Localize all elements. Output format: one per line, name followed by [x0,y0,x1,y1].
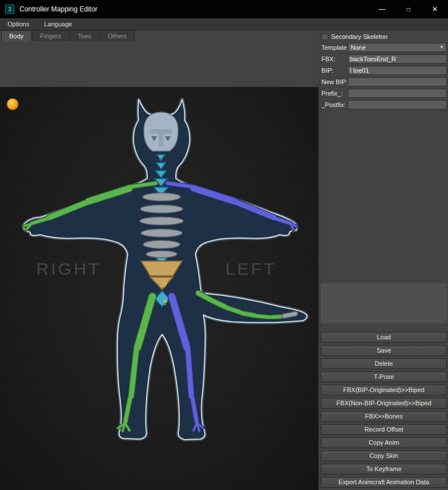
fbx-to-bones-button[interactable]: FBX>>Bones [321,411,447,422]
copy-skin-button[interactable]: Copy Skin [321,451,447,461]
viewport-area: Body Fingers Toes Others RIGHT LEFT [0,30,320,490]
tab-others[interactable]: Others [100,30,135,41]
postfix-label: _Postfix: [321,101,348,108]
export-animcraft-button[interactable]: Export Animcraft Animation Data [321,477,447,488]
template-dropdown[interactable]: None ▼ [348,43,447,52]
fbx-nonbip-to-biped-button[interactable]: FBX(Non-BIP-Originated)>>Biped [321,398,447,409]
postfix-input[interactable] [348,100,447,109]
menu-options[interactable]: Options [0,18,37,30]
tab-body[interactable]: Body [1,30,32,41]
character-viewport[interactable]: RIGHT LEFT [0,87,319,490]
viewport-status-dot [7,98,18,110]
svg-text:?: ? [163,280,167,289]
secondary-skeleton-row: Secondary Skeleton [322,32,387,41]
minimize-button[interactable]: — [369,0,395,18]
bip-input[interactable] [348,66,447,75]
load-button[interactable]: Load [321,332,447,343]
chevron-down-icon: ▼ [439,45,444,50]
window-title: Controller Mapping Editor [19,5,97,13]
record-offset-button[interactable]: Record Offset [321,424,447,435]
app-icon: 3 [5,5,14,14]
head-bone[interactable] [144,112,178,151]
bip-row: BIP: [321,65,447,76]
window-controls: — □ ✕ [369,0,448,18]
template-label: Template [321,44,348,51]
secondary-skeleton-label: Secondary Skeleton [331,33,387,40]
to-keyframe-button[interactable]: To Keyframe [321,464,447,475]
template-value: None [351,44,366,51]
tab-toes[interactable]: Toes [70,30,99,41]
secondary-skeleton-checkbox[interactable] [322,34,328,40]
close-icon: ✕ [432,5,438,13]
new-bip-input[interactable] [348,77,447,86]
tab-fingers[interactable]: Fingers [32,30,69,41]
maximize-button[interactable]: □ [395,0,422,18]
tab-bar: Body Fingers Toes Others [1,30,135,41]
prefix-label: Prefix_: [321,90,348,97]
maximize-icon: □ [407,6,410,13]
prefix-row: Prefix_: [321,88,447,98]
menu-bar: Options Language [0,18,448,30]
action-button-stack: Load Save Delete T-Pose FBX(BIP-Originat… [321,332,447,490]
template-row: Template None ▼ [321,42,447,53]
prefix-input[interactable] [348,89,447,98]
new-bip-row: New BIP: [321,77,447,87]
minimize-icon: — [379,5,386,13]
tpose-button[interactable]: T-Pose [321,372,447,382]
fbx-row: FBX: [321,54,447,64]
new-bip-label: New BIP: [321,78,348,85]
svg-text:?: ? [163,298,167,307]
fbx-input[interactable] [348,54,447,64]
fbx-label: FBX: [321,56,348,62]
right-side-marker: RIGHT [36,259,101,278]
title-bar: 3 Controller Mapping Editor — □ ✕ [0,0,448,18]
close-button[interactable]: ✕ [422,0,448,18]
copy-anim-button[interactable]: Copy Anim [321,437,447,448]
left-side-marker: LEFT [225,259,276,278]
fbx-bip-to-biped-button[interactable]: FBX(BIP-Originated)>>Biped [321,385,447,396]
save-button[interactable]: Save [321,345,447,356]
postfix-row: _Postfix: [321,100,447,110]
menu-language[interactable]: Language [37,18,80,30]
mapping-list-area [321,283,447,323]
bip-label: BIP: [321,67,348,74]
mapping-panel: Secondary Skeleton Template None ▼ FBX: … [320,30,448,490]
delete-button[interactable]: Delete [321,358,447,369]
